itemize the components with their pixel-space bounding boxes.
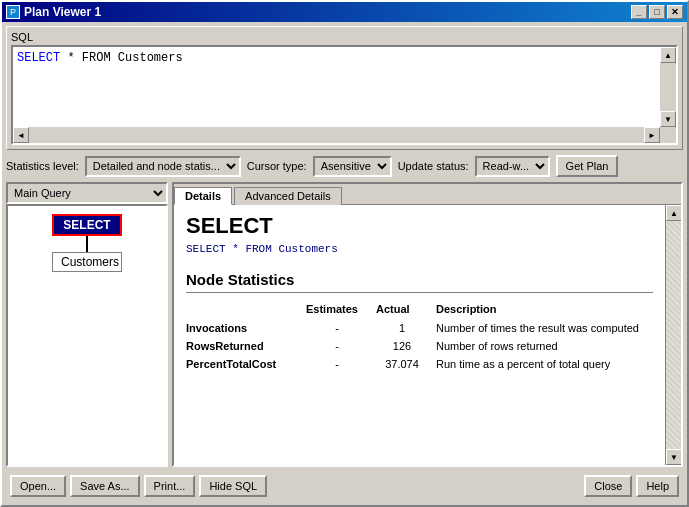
- stat-description: Number of times the result was computed: [436, 319, 653, 337]
- stat-estimates: -: [306, 337, 376, 355]
- stats-level-label: Statistics level:: [6, 160, 79, 172]
- stat-estimates: -: [306, 355, 376, 373]
- window-content: SQL SELECT * FROM Customers ▲ ▼ ◄ ► Stat…: [2, 22, 687, 505]
- detail-scroll-down-icon[interactable]: ▼: [666, 449, 681, 465]
- detail-scroll-up-icon[interactable]: ▲: [666, 205, 681, 221]
- scroll-up-icon[interactable]: ▲: [660, 47, 676, 63]
- tree-panel: Main Query SELECT Customers: [6, 182, 168, 467]
- stats-table: Estimates Actual Description Invocations…: [186, 301, 653, 373]
- get-plan-button[interactable]: Get Plan: [556, 155, 619, 177]
- window-title: Plan Viewer 1: [24, 5, 101, 19]
- bottom-right: Close Help: [584, 475, 679, 497]
- save-as-button[interactable]: Save As...: [70, 475, 140, 497]
- stats-row: Statistics level: Detailed and node stat…: [6, 154, 683, 178]
- sql-rest: * FROM Customers: [60, 51, 182, 65]
- scroll-down-icon[interactable]: ▼: [660, 111, 676, 127]
- col-description-header: Description: [436, 301, 653, 319]
- col-name-header: [186, 301, 306, 319]
- stat-actual: 37.074: [376, 355, 436, 373]
- sql-area: SELECT * FROM Customers ▲ ▼ ◄ ►: [11, 45, 678, 145]
- update-status-select[interactable]: Read-w...: [475, 156, 550, 177]
- details-query: SELECT * FROM Customers: [186, 243, 653, 255]
- details-query-keyword: SELECT * FROM Customers: [186, 243, 338, 255]
- print-button[interactable]: Print...: [144, 475, 196, 497]
- table-row: PercentTotalCost - 37.074 Run time as a …: [186, 355, 653, 373]
- title-controls: _ □ ✕: [631, 5, 683, 19]
- cursor-type-select[interactable]: Asensitive: [313, 156, 392, 177]
- col-actual-header: Actual: [376, 301, 436, 319]
- sql-label: SQL: [11, 31, 678, 43]
- tree-area: SELECT Customers: [6, 204, 168, 467]
- sql-group: SQL SELECT * FROM Customers ▲ ▼ ◄ ►: [6, 26, 683, 150]
- close-button[interactable]: ✕: [667, 5, 683, 19]
- select-node[interactable]: SELECT: [52, 214, 122, 236]
- customers-node[interactable]: Customers: [52, 252, 122, 272]
- table-row: RowsReturned - 126 Number of rows return…: [186, 337, 653, 355]
- app-icon: P: [6, 5, 20, 19]
- stat-description: Run time as a percent of total query: [436, 355, 653, 373]
- tab-details[interactable]: Details: [174, 187, 232, 205]
- details-content: SELECT SELECT * FROM Customers Node Stat…: [174, 205, 681, 465]
- details-title: SELECT: [186, 213, 653, 239]
- node-stats-title: Node Statistics: [186, 271, 653, 293]
- stat-estimates: -: [306, 319, 376, 337]
- maximize-button[interactable]: □: [649, 5, 665, 19]
- hide-sql-button[interactable]: Hide SQL: [199, 475, 267, 497]
- details-scrollbar-v[interactable]: ▲ ▼: [665, 205, 681, 465]
- details-panel: Details Advanced Details SELECT SELECT *…: [172, 182, 683, 467]
- h-scrollbar-track[interactable]: [29, 127, 644, 143]
- table-row: Invocations - 1 Number of times the resu…: [186, 319, 653, 337]
- v-scrollbar-track[interactable]: [660, 63, 676, 111]
- close-button[interactable]: Close: [584, 475, 632, 497]
- update-status-label: Update status:: [398, 160, 469, 172]
- main-area: Main Query SELECT Customers Details Adva…: [6, 182, 683, 467]
- open-button[interactable]: Open...: [10, 475, 66, 497]
- sql-keyword: SELECT: [17, 51, 60, 65]
- stat-name: RowsReturned: [186, 337, 306, 355]
- cursor-type-label: Cursor type:: [247, 160, 307, 172]
- bottom-toolbar: Open... Save As... Print... Hide SQL Clo…: [6, 471, 683, 501]
- detail-scroll-track[interactable]: [666, 221, 681, 449]
- bottom-left: Open... Save As... Print... Hide SQL: [10, 475, 267, 497]
- col-estimates-header: Estimates: [306, 301, 376, 319]
- stat-name: Invocations: [186, 319, 306, 337]
- stat-actual: 1: [376, 319, 436, 337]
- title-bar: P Plan Viewer 1 _ □ ✕: [2, 2, 687, 22]
- scroll-left-icon[interactable]: ◄: [13, 127, 29, 143]
- main-window: P Plan Viewer 1 _ □ ✕ SQL SELECT * FROM …: [0, 0, 689, 507]
- tab-advanced-details[interactable]: Advanced Details: [234, 187, 342, 205]
- stat-name: PercentTotalCost: [186, 355, 306, 373]
- title-bar-left: P Plan Viewer 1: [6, 5, 101, 19]
- help-button[interactable]: Help: [636, 475, 679, 497]
- tree-connector: [86, 236, 88, 252]
- scroll-corner: [660, 127, 676, 143]
- minimize-button[interactable]: _: [631, 5, 647, 19]
- stat-description: Number of rows returned: [436, 337, 653, 355]
- scroll-right-icon[interactable]: ►: [644, 127, 660, 143]
- details-scroll-area[interactable]: SELECT SELECT * FROM Customers Node Stat…: [174, 205, 665, 465]
- tab-bar: Details Advanced Details: [174, 184, 681, 205]
- stats-level-select[interactable]: Detailed and node statis...: [85, 156, 241, 177]
- stat-actual: 126: [376, 337, 436, 355]
- main-query-dropdown[interactable]: Main Query: [6, 182, 168, 204]
